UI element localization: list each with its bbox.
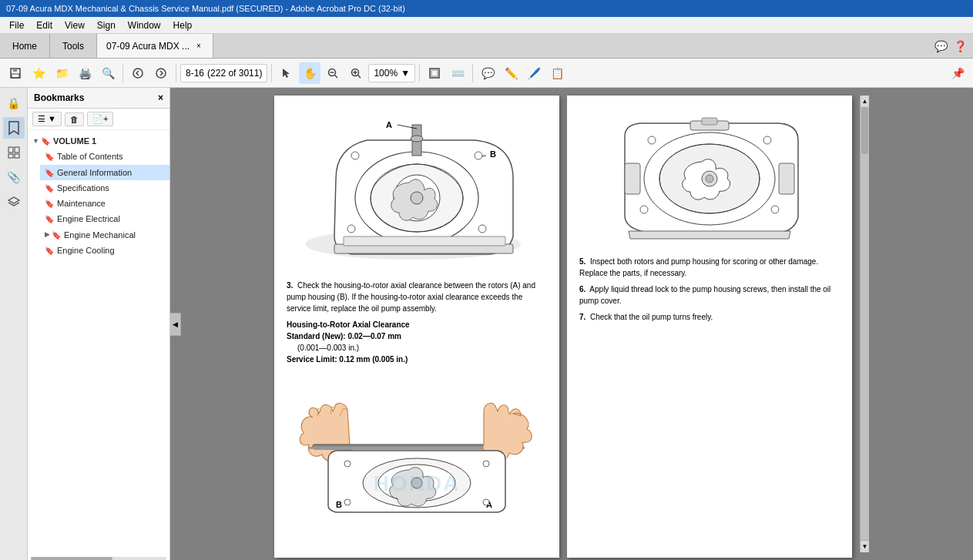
zoom-dropdown-arrow: ▼	[401, 68, 410, 79]
step6-description: Apply liquid thread lock to the pump hou…	[579, 285, 830, 305]
comment-button[interactable]: 💬	[477, 62, 498, 84]
zoom-out-search-button[interactable]: 🔍	[97, 62, 119, 84]
tab-home[interactable]: Home	[0, 34, 50, 58]
attachments-icon[interactable]: 📎	[3, 166, 25, 188]
lock-icon[interactable]: 🔒	[3, 92, 25, 114]
step3-text: 3. Check the housing-to-rotor axial clea…	[287, 280, 547, 314]
scroll-up-button[interactable]: ▲	[861, 96, 869, 108]
rotor-diagram-top: A A B	[290, 117, 544, 271]
save-button[interactable]	[5, 62, 26, 84]
step7-text: 7. Check that the oil pump turns freely.	[579, 311, 840, 323]
svg-point-34	[347, 225, 355, 233]
menu-sign[interactable]: Sign	[91, 18, 122, 32]
zoom-out-button[interactable]	[322, 62, 344, 84]
pdf-page-left: A A B	[274, 96, 559, 558]
step5-description: Inspect both rotors and pump housing for…	[579, 257, 818, 277]
tab-bar: Home Tools 07-09 Acura MDX ... × 💬 ❓	[0, 34, 973, 59]
keyboard-button[interactable]: ⌨️	[447, 62, 468, 84]
pages-icon[interactable]	[3, 142, 25, 163]
bookmark-engine-cooling[interactable]: 🔖 Engine Cooling	[40, 243, 169, 258]
bookmarks-panel: Bookmarks × ☰ ▼ 🗑 📄+ ▼ 🔖 VOLUME 1 🔖 Tabl…	[28, 88, 170, 560]
svg-point-4	[156, 69, 166, 78]
pdf-page-right: 5. Inspect both rotors and pump housing …	[567, 96, 852, 558]
bookmarks-options-button[interactable]: ☰ ▼	[32, 112, 62, 126]
bookmarks-panel-icon[interactable]	[3, 117, 25, 139]
pdf-area: ◀	[170, 88, 973, 560]
svg-rect-31	[344, 236, 505, 246]
bookmarks-delete-button[interactable]: 🗑	[65, 112, 84, 126]
bookmark-add-button[interactable]: ⭐	[28, 62, 49, 84]
print-button[interactable]: 🖨️	[74, 62, 96, 84]
sidebar-icon-panel: 🔒 📎	[0, 88, 28, 560]
step7-description: Check that the oil pump turns freely.	[590, 313, 713, 321]
step6-text: 6. Apply liquid thread lock to the pump …	[579, 283, 840, 307]
separator-5	[472, 64, 473, 82]
help-icon[interactable]: ❓	[954, 40, 967, 52]
bookmark-specs[interactable]: 🔖 Specifications	[40, 180, 169, 196]
scroll-down-button[interactable]: ▼	[861, 540, 869, 552]
bookmarks-title: Bookmarks	[34, 92, 84, 103]
tab-action-icons: 💬 ❓	[928, 34, 973, 58]
scroll-thumb[interactable]	[861, 108, 868, 154]
bookmarks-add-button[interactable]: 📄+	[87, 112, 113, 126]
spec-standard-in: (0.001—0.003 in.)	[297, 342, 547, 354]
bookmark-volume1[interactable]: ▼ 🔖 VOLUME 1	[28, 133, 169, 149]
svg-point-55	[640, 206, 648, 213]
zoom-level-dropdown[interactable]: 100% ▼	[368, 64, 415, 82]
spec-title: Housing-to-Rotor Axial Clearance	[287, 319, 547, 330]
menu-view[interactable]: View	[59, 18, 91, 32]
layers-icon[interactable]	[3, 191, 25, 213]
toc-label: Table of Contents	[57, 151, 123, 162]
svg-marker-18	[8, 197, 19, 203]
step5-text: 5. Inspect both rotors and pump housing …	[579, 256, 840, 279]
bookmark-maintenance[interactable]: 🔖 Maintenance	[40, 196, 169, 211]
tools-panel-button[interactable]: 📌	[947, 62, 968, 84]
bookmark-engine-mechanical[interactable]: ▶ 🔖 Engine Mechanical	[40, 227, 169, 243]
svg-point-44	[483, 461, 489, 467]
svg-point-35	[478, 225, 486, 233]
svg-rect-60	[779, 163, 794, 194]
engine-mech-expand-arrow: ▶	[45, 230, 50, 240]
pen-button[interactable]: 🖊️	[523, 62, 545, 84]
zoom-in-button[interactable]	[345, 62, 367, 84]
bookmark-general-info[interactable]: 🔖 General Information	[40, 165, 169, 180]
bookmarks-header: Bookmarks ×	[28, 88, 169, 109]
engine-mechanical-label: Engine Mechanical	[64, 230, 136, 240]
svg-point-23	[411, 192, 423, 204]
comment-icon[interactable]: 💬	[934, 40, 948, 52]
bookmarks-close-button[interactable]: ×	[158, 92, 163, 103]
svg-line-9	[358, 75, 361, 78]
separator-3	[271, 64, 272, 82]
tab-close-button[interactable]: ×	[194, 40, 203, 52]
svg-rect-52	[702, 118, 717, 125]
step6-number: 6.	[579, 285, 585, 293]
next-view-button[interactable]	[150, 62, 172, 84]
svg-text:A: A	[386, 120, 392, 129]
menu-edit[interactable]: Edit	[30, 18, 59, 32]
hand-tool-button[interactable]: ✋	[299, 62, 320, 84]
attach-button[interactable]: 📁	[51, 62, 72, 84]
menu-file[interactable]: File	[3, 18, 30, 32]
volume1-label: VOLUME 1	[53, 136, 96, 146]
menu-window[interactable]: Window	[122, 18, 167, 32]
panel-collapse-button[interactable]: ◀	[170, 313, 181, 336]
bookmark-engine-electrical[interactable]: 🔖 Engine Electrical	[40, 211, 169, 226]
svg-rect-1	[13, 69, 17, 72]
tab-doc[interactable]: 07-09 Acura MDX ... ×	[97, 34, 213, 58]
svg-point-32	[351, 152, 359, 159]
svg-rect-15	[15, 147, 19, 153]
stamp-button[interactable]: 📋	[546, 62, 568, 84]
bookmark-toc[interactable]: 🔖 Table of Contents	[40, 149, 169, 164]
menu-help[interactable]: Help	[167, 18, 199, 32]
svg-text:B: B	[490, 149, 496, 159]
separator-1	[122, 64, 123, 82]
volume1-bookmark-icon: 🔖	[41, 136, 50, 146]
highlight-button[interactable]: ✏️	[500, 62, 522, 84]
top-diagram: A A B	[287, 117, 547, 273]
prev-view-button[interactable]	[127, 62, 149, 84]
tab-tools[interactable]: Tools	[50, 34, 97, 58]
fit-page-button[interactable]	[424, 62, 445, 84]
vertical-scrollbar[interactable]: ▲ ▼	[860, 96, 869, 552]
step3-content: 3. Check the housing-to-rotor axial clea…	[287, 280, 547, 365]
select-tool-button[interactable]	[276, 62, 297, 84]
